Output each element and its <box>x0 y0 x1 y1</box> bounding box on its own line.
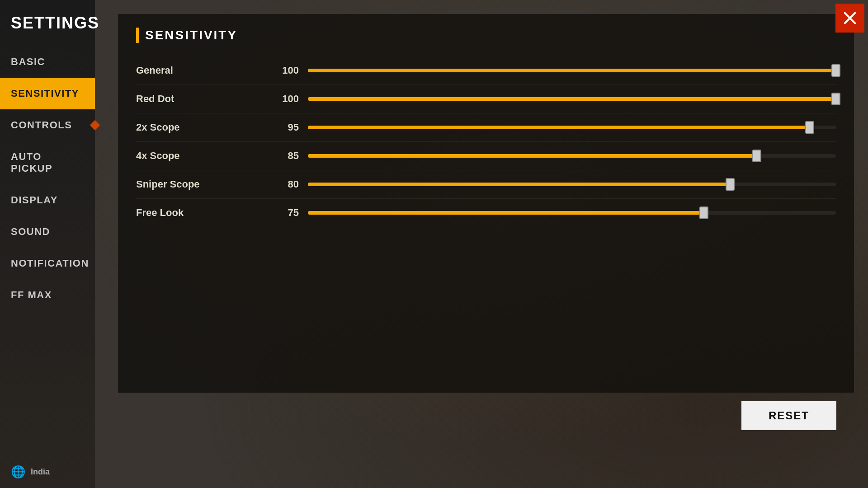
globe-icon: 🌐 <box>11 465 25 479</box>
slider-fill-2 <box>308 126 810 129</box>
sidebar-item-sensitivity[interactable]: SENSITIVITY <box>0 78 95 109</box>
slider-bg-4 <box>308 183 836 186</box>
slider-thumb-2[interactable] <box>805 121 814 134</box>
section-header: SENSITIVITY <box>136 28 836 43</box>
slider-value-0: 100 <box>272 65 299 76</box>
settings-title: SETTINGS <box>0 5 95 46</box>
slider-track-2[interactable] <box>308 123 836 132</box>
sidebar-item-basic[interactable]: BASIC <box>0 46 95 78</box>
slider-bg-2 <box>308 126 836 129</box>
slider-label-2: 2x Scope <box>136 122 263 133</box>
main-content: SENSITIVITY General100Red Dot1002x Scope… <box>95 0 868 488</box>
sidebar: SETTINGS BASICSENSITIVITYCONTROLSAUTO PI… <box>0 0 95 488</box>
slider-track-5[interactable] <box>308 208 836 217</box>
section-title: SENSITIVITY <box>145 28 237 42</box>
slider-thumb-1[interactable] <box>831 93 840 105</box>
sidebar-item-sound[interactable]: SOUND <box>0 216 95 248</box>
slider-fill-1 <box>308 97 836 101</box>
slider-value-3: 85 <box>272 150 299 162</box>
slider-thumb-4[interactable] <box>726 178 735 191</box>
sidebar-item-ff-max[interactable]: FF MAX <box>0 279 95 311</box>
reset-button[interactable]: RESET <box>741 401 836 430</box>
slider-row-4: Sniper Scope80 <box>136 170 836 199</box>
sidebar-nav: BASICSENSITIVITYCONTROLSAUTO PICKUPDISPL… <box>0 46 95 456</box>
slider-value-5: 75 <box>272 207 299 219</box>
slider-bg-1 <box>308 97 836 101</box>
slider-value-2: 95 <box>272 122 299 133</box>
slider-bg-0 <box>308 69 836 72</box>
slider-fill-0 <box>308 69 836 72</box>
slider-bg-5 <box>308 211 836 215</box>
slider-track-4[interactable] <box>308 180 836 189</box>
slider-row-0: General100 <box>136 56 836 85</box>
slider-label-1: Red Dot <box>136 93 263 105</box>
slider-fill-3 <box>308 154 757 158</box>
slider-label-5: Free Look <box>136 207 263 219</box>
slider-row-3: 4x Scope85 <box>136 142 836 170</box>
slider-row-5: Free Look75 <box>136 199 836 227</box>
close-button[interactable] <box>835 4 864 33</box>
slider-fill-5 <box>308 211 704 215</box>
slider-thumb-3[interactable] <box>752 150 761 162</box>
sidebar-footer: 🌐 India <box>0 456 95 488</box>
bottom-bar: RESET <box>118 393 854 430</box>
slider-label-4: Sniper Scope <box>136 178 263 190</box>
slider-row-2: 2x Scope95 <box>136 113 836 142</box>
sidebar-item-auto-pickup[interactable]: AUTO PICKUP <box>0 141 95 184</box>
slider-value-4: 80 <box>272 178 299 190</box>
slider-thumb-0[interactable] <box>831 64 840 77</box>
section-accent <box>136 28 139 43</box>
slider-value-1: 100 <box>272 93 299 105</box>
sidebar-item-display[interactable]: DISPLAY <box>0 184 95 216</box>
slider-list: General100Red Dot1002x Scope954x Scope85… <box>136 56 836 227</box>
slider-fill-4 <box>308 183 730 186</box>
slider-track-0[interactable] <box>308 66 836 75</box>
sidebar-item-controls[interactable]: CONTROLS <box>0 109 95 141</box>
slider-track-3[interactable] <box>308 151 836 160</box>
slider-track-1[interactable] <box>308 94 836 103</box>
slider-thumb-5[interactable] <box>699 206 708 219</box>
settings-panel: SENSITIVITY General100Red Dot1002x Scope… <box>118 14 854 393</box>
slider-label-0: General <box>136 65 263 76</box>
sidebar-item-notification[interactable]: NOTIFICATION <box>0 248 95 279</box>
region-label: India <box>31 467 50 477</box>
slider-row-1: Red Dot100 <box>136 85 836 113</box>
slider-label-3: 4x Scope <box>136 150 263 162</box>
